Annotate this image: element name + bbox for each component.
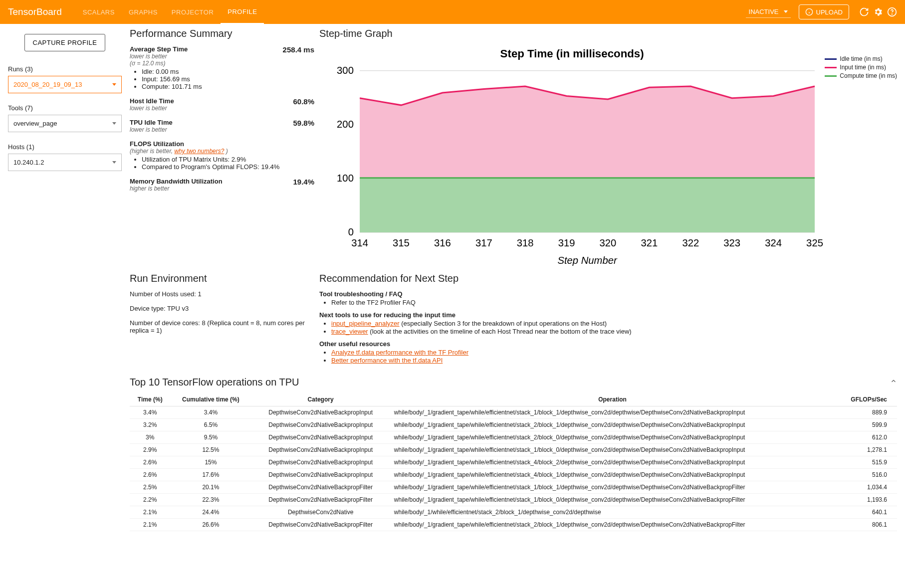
metric-value: 19.4% xyxy=(287,178,314,192)
table-row: 2.6%17.6%DepthwiseConv2dNativeBackpropIn… xyxy=(130,468,897,481)
metric-title: TPU Idle Time xyxy=(130,119,287,126)
app-logo: TensorBoard xyxy=(8,6,62,17)
env-device: Device type: TPU v3 xyxy=(130,305,314,312)
metric-sub: lower is better xyxy=(130,53,277,60)
svg-text:Step Time (in milliseconds): Step Time (in milliseconds) xyxy=(500,47,644,60)
tab-scalars[interactable]: SCALARS xyxy=(76,0,122,24)
hosts-label: Hosts (1) xyxy=(8,143,122,151)
metric-flops: FLOPS Utilization (higher is better, why… xyxy=(130,140,314,171)
svg-text:321: 321 xyxy=(641,237,658,248)
svg-text:300: 300 xyxy=(337,65,354,76)
rec-sub-faq: Tool troubleshooting / FAQ xyxy=(319,290,897,298)
hosts-value: 10.240.1.2 xyxy=(13,159,44,166)
rec-title: Recommendation for Next Step xyxy=(319,273,897,284)
info-icon xyxy=(805,8,813,16)
col-time: Time (%) xyxy=(130,393,171,406)
tab-profile[interactable]: PROFILE xyxy=(221,0,264,24)
step-time-chart-card: Step-time Graph Step Time (in millisecon… xyxy=(319,28,897,268)
hosts-select[interactable]: 10.240.1.2 xyxy=(8,154,122,171)
perf-title: Performance Summary xyxy=(130,28,314,39)
col-gflops: GFLOPs/Sec xyxy=(835,393,897,406)
table-row: 2.1%24.4%DepthwiseConv2dNativewhile/body… xyxy=(130,506,897,518)
table-row: 2.1%26.6%DepthwiseConv2dNativeBackpropFi… xyxy=(130,518,897,531)
metric-title: Memory Bandwidth Utilization xyxy=(130,178,287,185)
table-row: 2.9%12.5%DepthwiseConv2dNativeBackpropIn… xyxy=(130,443,897,456)
legend-input: Input time (in ms) xyxy=(840,64,886,71)
svg-text:Step Number: Step Number xyxy=(557,255,618,266)
sidebar: CAPTURE PROFILE Runs (3) 2020_08_20_19_0… xyxy=(0,24,130,543)
svg-text:0: 0 xyxy=(348,226,354,237)
svg-point-4 xyxy=(892,14,893,14)
ops-title: Top 10 TensorFlow operations on TPU xyxy=(130,377,299,388)
table-header-row: Time (%) Cumulative time (%) Category Op… xyxy=(130,393,897,406)
rec-sub-resources: Other useful resources xyxy=(319,340,897,348)
link-tfdata-profiler[interactable]: Analyze tf.data performance with the TF … xyxy=(331,349,468,356)
metric-memory: Memory Bandwidth Utilization higher is b… xyxy=(130,178,314,192)
metric-avg-step: Average Step Time lower is better (σ = 1… xyxy=(130,45,314,90)
tab-projector[interactable]: PROJECTOR xyxy=(165,0,221,24)
col-cum: Cumulative time (%) xyxy=(171,393,251,406)
performance-summary-card: Performance Summary Average Step Time lo… xyxy=(130,28,314,268)
table-row: 2.6%15%DepthwiseConv2dNativeBackpropInpu… xyxy=(130,456,897,468)
metric-host-idle: Host Idle Time lower is better 60.8% xyxy=(130,97,314,112)
env-cores: Number of device cores: 8 (Replica count… xyxy=(130,319,314,334)
metric-sigma: (σ = 12.0 ms) xyxy=(130,60,277,67)
metric-title: FLOPS Utilization xyxy=(130,140,314,148)
table-row: 3%9.5%DepthwiseConv2dNativeBackpropInput… xyxy=(130,431,897,443)
svg-text:324: 324 xyxy=(765,237,782,248)
svg-text:319: 319 xyxy=(558,237,575,248)
legend-idle: Idle time (in ms) xyxy=(840,55,882,62)
svg-text:200: 200 xyxy=(337,119,354,130)
chevron-up-icon[interactable] xyxy=(890,378,897,385)
svg-text:315: 315 xyxy=(393,237,410,248)
metric-value: 59.8% xyxy=(287,119,314,133)
run-environment-card: Run Environment Number of Hosts used: 1 … xyxy=(130,273,314,365)
metric-title: Host Idle Time xyxy=(130,97,287,105)
tools-value: overview_page xyxy=(13,120,57,127)
avg-compute: Compute: 101.71 ms xyxy=(142,83,277,90)
chart-legend: Idle time (in ms) Input time (in ms) Com… xyxy=(825,45,897,268)
flops-matrix: Utilization of TPU Matrix Units: 2.9% xyxy=(142,156,314,163)
tools-select[interactable]: overview_page xyxy=(8,115,122,132)
upload-button[interactable]: UPLOAD xyxy=(799,4,849,19)
table-row: 2.2%22.3%DepthwiseConv2dNativeBackpropFi… xyxy=(130,493,897,506)
recommendation-card: Recommendation for Next Step Tool troubl… xyxy=(319,273,897,365)
status-dropdown[interactable]: INACTIVE xyxy=(746,6,791,18)
svg-text:322: 322 xyxy=(682,237,699,248)
link-input-pipeline[interactable]: input_pipeline_analyzer xyxy=(331,320,400,327)
metric-sub: lower is better xyxy=(130,126,287,133)
avg-input: Input: 156.69 ms xyxy=(142,75,277,83)
refresh-icon[interactable] xyxy=(859,7,869,17)
link-tfdata-api[interactable]: Better performance with the tf.data API xyxy=(331,357,443,364)
app-header: TensorBoard SCALARS GRAPHS PROJECTOR PRO… xyxy=(0,0,905,24)
legend-compute: Compute time (in ms) xyxy=(840,72,897,79)
help-icon[interactable] xyxy=(887,7,897,17)
flops-optimal: Compared to Program's Optimal FLOPS: 19.… xyxy=(142,163,314,171)
status-label: INACTIVE xyxy=(749,8,779,15)
svg-text:325: 325 xyxy=(806,237,823,248)
runs-label: Runs (3) xyxy=(8,65,122,73)
metric-title: Average Step Time xyxy=(130,45,277,53)
table-row: 3.2%6.5%DepthwiseConv2dNativeBackpropInp… xyxy=(130,418,897,431)
table-row: 3.4%3.4%DepthwiseConv2dNativeBackpropInp… xyxy=(130,406,897,418)
chart-title: Step-time Graph xyxy=(319,28,897,39)
tools-label: Tools (7) xyxy=(8,104,122,112)
svg-text:314: 314 xyxy=(351,237,368,248)
legend-swatch-compute xyxy=(825,75,837,77)
why-two-numbers-link[interactable]: why two numbers? xyxy=(174,148,224,155)
tab-graphs[interactable]: GRAPHS xyxy=(122,0,165,24)
runs-value: 2020_08_20_19_09_13 xyxy=(13,81,82,88)
runs-select[interactable]: 2020_08_20_19_09_13 xyxy=(8,76,122,93)
svg-text:100: 100 xyxy=(337,173,354,184)
chevron-down-icon xyxy=(112,83,116,86)
gear-icon[interactable] xyxy=(873,7,883,17)
main-content: Performance Summary Average Step Time lo… xyxy=(130,24,905,543)
rec-faq-item: Refer to the TF2 Profiler FAQ xyxy=(331,299,897,306)
capture-profile-button[interactable]: CAPTURE PROFILE xyxy=(24,34,106,51)
svg-text:317: 317 xyxy=(475,237,492,248)
col-cat: Category xyxy=(251,393,390,406)
link-trace-viewer[interactable]: trace_viewer xyxy=(331,328,368,335)
table-row: 2.5%20.1%DepthwiseConv2dNativeBackpropFi… xyxy=(130,481,897,493)
metric-value: 60.8% xyxy=(287,97,314,112)
svg-text:316: 316 xyxy=(434,237,451,248)
